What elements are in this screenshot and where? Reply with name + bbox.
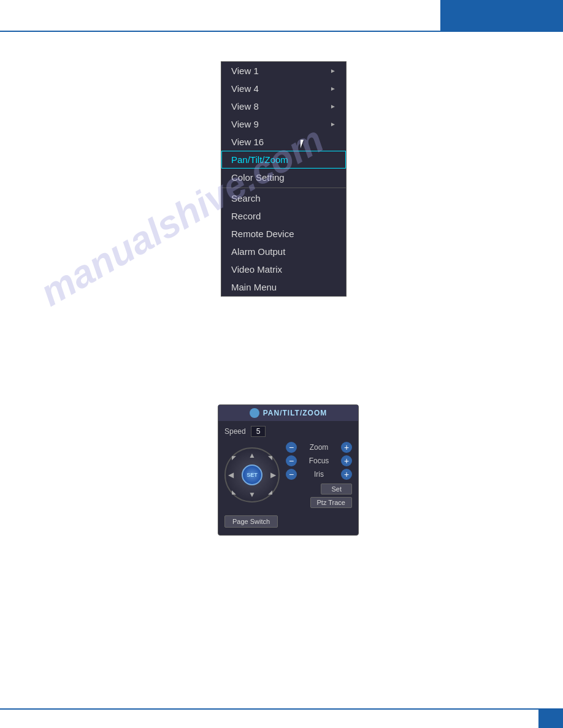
menu-item-remotedevice[interactable]: Remote Device	[221, 225, 346, 243]
ptz-action-row: Set Ptz Trace	[286, 483, 352, 508]
menu-item-alarmoutput[interactable]: Alarm Output	[221, 243, 346, 260]
ptz-iris-row: − Iris +	[286, 469, 352, 480]
ptz-zoom-plus-button[interactable]: +	[341, 442, 352, 453]
ptz-bottom-row: Page Switch	[224, 513, 352, 530]
joystick-center-button[interactable]: SET	[242, 464, 262, 485]
bottom-divider-line	[0, 708, 563, 710]
ptz-trace-button[interactable]: Ptz Trace	[310, 497, 352, 508]
ptz-body: Speed 5 ▲ ▼ ◀ ▶ ◤ ◥ ◣ ◢ SET	[218, 421, 358, 535]
ptz-joystick[interactable]: ▲ ▼ ◀ ▶ ◤ ◥ ◣ ◢ SET	[224, 447, 280, 502]
bottom-page-bar	[538, 710, 563, 728]
menu-item-view8[interactable]: View 8 ►	[221, 97, 346, 115]
ptz-iris-label: Iris	[299, 470, 339, 479]
ptz-speed-value[interactable]: 5	[251, 426, 266, 437]
menu-arrow-icon: ►	[330, 67, 336, 74]
menu-item-pantiltzoom[interactable]: Pan/Tilt/Zoom	[221, 151, 346, 169]
ptz-title-icon	[250, 408, 259, 418]
menu-item-view9[interactable]: View 9 ►	[221, 115, 346, 133]
menu-item-search[interactable]: Search	[221, 189, 346, 207]
joystick-center-label: SET	[247, 472, 258, 478]
menu-item-label: Video Matrix	[231, 264, 282, 275]
joystick-up-arrow: ▲	[248, 451, 256, 460]
menu-item-view1[interactable]: View 1 ►	[221, 62, 346, 80]
ptz-panel: PAN/TILT/ZOOM Speed 5 ▲ ▼ ◀ ▶ ◤ ◥ ◣ ◢	[218, 404, 359, 536]
ptz-right-controls: − Zoom + − Focus + − Iris + S	[286, 442, 352, 508]
menu-item-view4[interactable]: View 4 ►	[221, 80, 346, 97]
menu-item-label: View 16	[231, 137, 264, 147]
menu-item-mainmenu[interactable]: Main Menu	[221, 278, 346, 296]
ptz-focus-minus-button[interactable]: −	[286, 455, 297, 466]
menu-item-view16[interactable]: View 16	[221, 133, 346, 151]
mouse-cursor	[301, 140, 309, 151]
menu-item-label: Record	[231, 211, 261, 221]
menu-item-label: Pan/Tilt/Zoom	[231, 154, 288, 165]
ptz-title-text: PAN/TILT/ZOOM	[263, 409, 327, 417]
top-accent-bar	[440, 0, 563, 31]
ptz-pageswitch-button[interactable]: Page Switch	[224, 515, 278, 528]
context-menu: View 1 ► View 4 ► View 8 ► View 9 ► View…	[221, 61, 347, 297]
menu-item-label: Main Menu	[231, 282, 277, 292]
ptz-speed-label: Speed	[224, 427, 246, 436]
ptz-iris-minus-button[interactable]: −	[286, 469, 297, 480]
menu-item-label: Remote Device	[231, 229, 294, 239]
joystick-down-arrow: ▼	[248, 490, 256, 499]
menu-item-label: View 8	[231, 101, 259, 112]
joystick-downright-arrow: ◢	[268, 489, 272, 495]
joystick-upleft-arrow: ◤	[232, 455, 236, 461]
ptz-set-button[interactable]: Set	[321, 483, 352, 495]
ptz-focus-row: − Focus +	[286, 455, 352, 466]
menu-item-colorsetting[interactable]: Color Setting	[221, 169, 346, 186]
ptz-zoom-minus-button[interactable]: −	[286, 442, 297, 453]
menu-arrow-icon: ►	[330, 121, 336, 127]
ptz-zoom-row: − Zoom +	[286, 442, 352, 453]
menu-arrow-icon: ►	[330, 103, 336, 110]
ptz-iris-plus-button[interactable]: +	[341, 469, 352, 480]
joystick-downleft-arrow: ◣	[232, 489, 236, 495]
menu-item-videomatrix[interactable]: Video Matrix	[221, 260, 346, 278]
top-divider-line	[0, 31, 563, 32]
ptz-focus-plus-button[interactable]: +	[341, 455, 352, 466]
ptz-controls: ▲ ▼ ◀ ▶ ◤ ◥ ◣ ◢ SET − Zoom	[224, 442, 352, 508]
menu-item-label: View 1	[231, 66, 259, 76]
menu-item-label: Color Setting	[231, 172, 285, 183]
menu-separator	[221, 188, 346, 188]
joystick-outer[interactable]: ▲ ▼ ◀ ▶ ◤ ◥ ◣ ◢ SET	[224, 447, 280, 502]
menu-item-label: View 4	[231, 83, 259, 94]
ptz-focus-label: Focus	[299, 457, 339, 465]
menu-arrow-icon: ►	[330, 85, 336, 92]
ptz-title-bar: PAN/TILT/ZOOM	[218, 405, 358, 421]
ptz-speed-row: Speed 5	[224, 426, 352, 437]
joystick-left-arrow: ◀	[228, 471, 234, 479]
menu-item-record[interactable]: Record	[221, 207, 346, 225]
menu-item-label: Alarm Output	[231, 246, 285, 257]
menu-item-label: View 9	[231, 119, 259, 129]
joystick-right-arrow: ▶	[270, 471, 276, 479]
ptz-zoom-label: Zoom	[299, 443, 339, 452]
joystick-upright-arrow: ◥	[268, 455, 272, 461]
menu-item-label: Search	[231, 193, 261, 203]
